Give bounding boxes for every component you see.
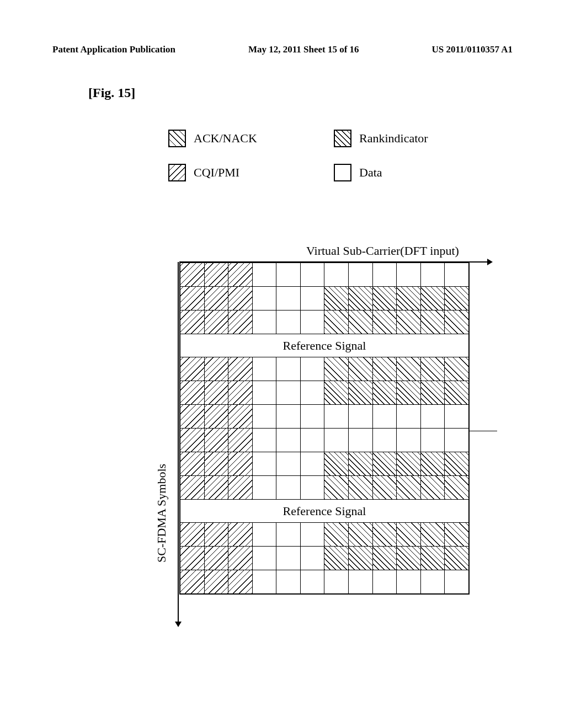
grid-cell [300,429,324,452]
grid-cell [252,405,276,428]
grid-cell [324,547,348,570]
data-label: Data [359,165,382,180]
grid-cell [444,429,468,452]
rank-swatch-icon [334,130,351,147]
grid-cell [276,357,300,381]
slot-boundary-tick-icon [470,431,497,431]
grid-cell [276,476,300,499]
grid-cell [348,429,372,452]
grid-cell [348,547,372,570]
grid-cell [300,381,324,404]
grid-cell [420,476,445,499]
grid-cell [180,405,204,428]
grid-cell [324,381,348,404]
grid-cell [180,570,204,593]
grid-cell [348,476,372,499]
grid-cell [180,357,204,381]
grid-row [180,475,468,499]
grid-row [180,522,468,546]
legend-item-cqi: CQI/PMI [168,164,306,181]
grid-cell [324,263,348,286]
grid-cell [420,357,445,381]
grid-cell [396,381,420,404]
grid-cell [420,381,445,404]
grid-cell [348,311,372,334]
grid-cell [204,311,228,334]
grid-cell [372,429,397,452]
legend: ACK/NACK Rankindicator CQI/PMI Data [168,130,471,198]
grid-cell [300,452,324,475]
grid-cell [180,311,204,334]
grid-cell [276,381,300,404]
legend-row-1: ACK/NACK Rankindicator [168,130,471,147]
grid-cell [324,570,348,593]
grid-cell [348,570,372,593]
grid-cell [348,405,372,428]
grid-cell [204,381,228,404]
grid-cell [204,287,228,310]
grid-cell [276,429,300,452]
grid-cell [348,381,372,404]
grid-cell [228,357,252,381]
header-left: Patent Application Publication [52,44,175,55]
grid-cell [300,570,324,593]
grid-cell [300,263,324,286]
grid-cell [252,311,276,334]
grid-cell [204,547,228,570]
grid-row [180,286,468,310]
grid-row [180,381,468,404]
grid-cell [444,570,468,593]
cqi-label: CQI/PMI [194,165,239,180]
grid-cell [420,547,445,570]
grid-cell [396,476,420,499]
grid-row [180,570,468,593]
grid-cell [180,263,204,286]
grid-cell [348,452,372,475]
grid-cell [372,311,397,334]
grid-cell [396,357,420,381]
grid-cell [180,523,204,546]
grid-cell [180,547,204,570]
grid-cell [204,476,228,499]
grid-cell [396,263,420,286]
grid-cell [300,357,324,381]
grid-cell [444,452,468,475]
grid-cell [420,523,445,546]
grid-cell [228,263,252,286]
grid-cell [276,263,300,286]
grid-cell [300,523,324,546]
grid-cell [252,476,276,499]
grid-cell [396,452,420,475]
grid-cell [444,523,468,546]
grid-cell [444,381,468,404]
grid-cell [300,476,324,499]
rank-label: Rankindicator [359,131,428,146]
ack-label: ACK/NACK [194,131,257,146]
grid-cell [180,429,204,452]
grid-cell [204,405,228,428]
grid-cell [228,429,252,452]
grid-cell [396,547,420,570]
grid-cell [348,357,372,381]
grid-cell [372,476,397,499]
legend-item-ack: ACK/NACK [168,130,306,147]
header-middle: May 12, 2011 Sheet 15 of 16 [248,44,359,55]
grid-cell [396,405,420,428]
grid-cell [204,570,228,593]
reference-signal-row: Reference Signal [180,499,468,522]
grid-row [180,546,468,570]
grid-cell [420,263,445,286]
data-swatch-icon [334,164,351,181]
grid-cell [252,263,276,286]
grid-cell [420,452,445,475]
grid-cell [396,287,420,310]
grid-cell [204,429,228,452]
grid-cell [348,287,372,310]
grid-cell [372,405,397,428]
x-axis-label: Virtual Sub-Carrier(DFT input) [306,244,459,258]
grid-cell [420,311,445,334]
resource-grid: Reference SignalReference Signal [179,262,470,595]
grid-cell [228,311,252,334]
grid-row [180,404,468,428]
grid-cell [228,405,252,428]
